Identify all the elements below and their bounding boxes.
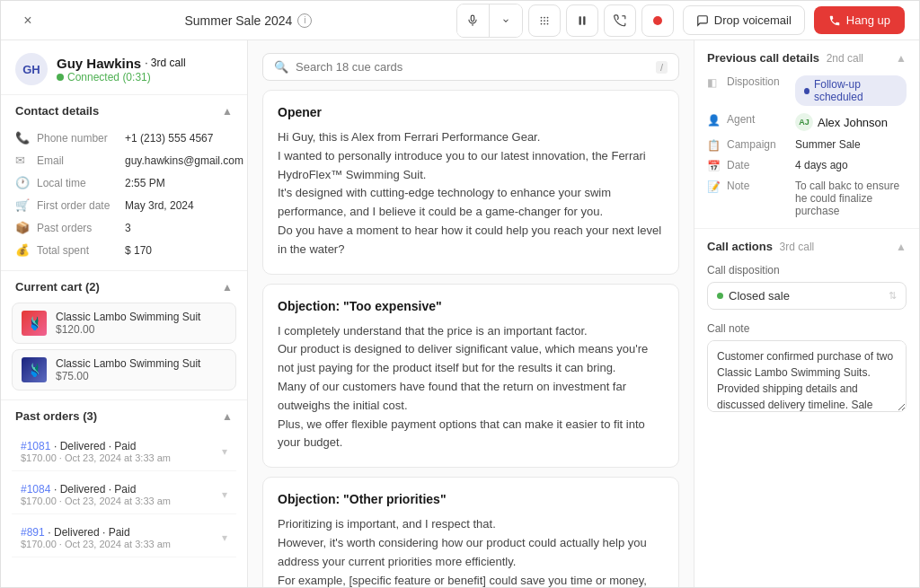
order-id[interactable]: #891	[21, 526, 45, 539]
cart-item-image: 🩱	[22, 357, 47, 382]
agent-avatar: AJ	[795, 113, 813, 131]
cue-card-text: Hi Guy, this is Alex from Ferrari Perfor…	[278, 128, 664, 259]
phone-row: 📞 Phone number +1 (213) 555 4567	[15, 127, 233, 149]
call-actions-header: Call actions 3rd call ▲	[707, 240, 907, 253]
previous-call-section: Previous call details 2nd call ▲ ◧ Dispo…	[694, 40, 919, 229]
cart-chevron-icon: ▲	[222, 281, 233, 294]
previous-call-badge: 2nd call	[827, 52, 863, 65]
transfer-button[interactable]	[604, 4, 636, 37]
order-row: #1084 · Delivered · Paid $170.00 · Oct 2…	[12, 475, 236, 514]
svg-point-5	[540, 20, 542, 22]
order-id[interactable]: #1084	[21, 483, 50, 496]
hold-button[interactable]	[566, 4, 598, 37]
select-left: Closed sale	[717, 289, 790, 303]
search-input[interactable]	[296, 60, 649, 74]
close-button[interactable]: ×	[15, 8, 40, 33]
agent-icon: 👤	[707, 114, 721, 127]
green-dot-icon	[57, 74, 64, 81]
order-info: #1084 · Delivered · Paid $170.00 · Oct 2…	[21, 482, 171, 506]
order-expand-icon[interactable]: ▾	[222, 445, 227, 458]
mic-button[interactable]	[457, 4, 490, 37]
order-row: #1081 · Delivered · Paid $170.00 · Oct 2…	[12, 432, 236, 471]
call-note-label: Call note	[707, 322, 907, 335]
svg-point-8	[540, 22, 542, 24]
contact-details-toggle[interactable]: Contact details ▲	[1, 95, 247, 127]
call-note-textarea[interactable]: Customer confirmed purchase of two Class…	[707, 340, 907, 412]
order-meta: $170.00 · Oct 23, 2024 at 3:33 am	[21, 539, 171, 549]
cart-toggle[interactable]: Current cart (2) ▲	[1, 271, 247, 303]
agent-badge: AJ Alex Johnson	[795, 113, 888, 131]
past-orders-toggle[interactable]: Past orders (3) ▲	[1, 400, 247, 432]
agent-label: Agent	[727, 113, 790, 126]
box-icon: 📦	[15, 221, 30, 234]
date-label: Date	[727, 159, 790, 171]
chevron-up-icon: ▲	[222, 105, 233, 118]
cue-card-too-expensive: Objection: "Too expensive" I completely …	[262, 284, 679, 469]
recording-button[interactable]	[641, 4, 674, 37]
dialpad-button[interactable]	[528, 4, 561, 37]
order-expand-icon[interactable]: ▾	[222, 531, 227, 544]
disposition-icon: ◧	[707, 76, 721, 89]
campaign-value: Summer Sale	[795, 138, 861, 151]
cue-cards-list: Opener Hi Guy, this is Alex from Ferrari…	[248, 90, 694, 587]
header: × Summer Sale 2024 i	[1, 1, 919, 40]
hang-up-button[interactable]: Hang up	[814, 6, 905, 34]
order-id[interactable]: #1081	[21, 440, 50, 452]
contact-info: Guy Hawkins · 3rd call Connected (0:31)	[57, 56, 186, 83]
order-expand-icon[interactable]: ▾	[222, 488, 227, 501]
disposition-row: ◧ Disposition Follow-up scheduled	[707, 75, 907, 106]
order-status: · Delivered · Paid	[48, 526, 129, 539]
right-panel: Previous call details 2nd call ▲ ◧ Dispo…	[694, 40, 919, 587]
svg-point-4	[546, 16, 548, 18]
search-bar: 🔍 /	[248, 40, 694, 90]
order-meta: $170.00 · Oct 23, 2024 at 3:33 am	[21, 496, 171, 506]
phone-icon: 📞	[15, 131, 30, 145]
contact-name: Guy Hawkins	[57, 56, 141, 71]
previous-call-title: Previous call details	[707, 51, 819, 65]
svg-point-2	[540, 16, 542, 18]
date-icon: 📅	[707, 160, 721, 172]
info-icon[interactable]: i	[297, 13, 312, 28]
connected-status: Connected (0:31)	[57, 71, 186, 83]
date-value: 4 days ago	[795, 159, 848, 171]
order-info: #1081 · Delivered · Paid $170.00 · Oct 2…	[21, 439, 171, 463]
cue-card-title: Objection: "Other priorities"	[278, 492, 664, 506]
cart-items-list: 🩱 Classic Lambo Swimming Suit $120.00 🩱 …	[1, 303, 247, 399]
svg-point-15	[653, 16, 662, 25]
call-disposition-label: Call disposition	[707, 264, 907, 276]
cart-item: 🩱 Classic Lambo Swimming Suit $120.00	[12, 303, 236, 344]
call-disposition-group: Call disposition Closed sale ⇅	[707, 264, 907, 310]
note-label: Note	[727, 180, 790, 192]
blue-dot-icon	[804, 88, 809, 94]
svg-point-9	[544, 22, 545, 24]
date-row: 📅 Date 4 days ago	[707, 159, 907, 172]
cue-card-title: Objection: "Too expensive"	[278, 299, 664, 313]
total-spent-row: 💰 Total spent $ 170	[15, 239, 233, 261]
drop-voicemail-label: Drop voicemail	[714, 13, 792, 27]
mic-chevron-button[interactable]	[490, 4, 522, 37]
note-icon: 📝	[707, 180, 721, 193]
total-spent-value: $ 170	[125, 244, 152, 257]
local-time-value: 2:55 PM	[125, 177, 165, 189]
select-arrows-icon: ⇅	[889, 290, 897, 302]
call-disposition-select[interactable]: Closed sale ⇅	[707, 282, 907, 310]
drop-voicemail-button[interactable]: Drop voicemail	[683, 5, 805, 35]
contact-call-label: · 3rd call	[145, 57, 185, 69]
email-value: guy.hawkins@gmail.com	[125, 154, 243, 167]
email-label: Email	[37, 154, 118, 167]
avatar: GH	[15, 53, 48, 85]
svg-point-6	[544, 20, 545, 22]
order-info: #891 · Delivered · Paid $170.00 · Oct 23…	[21, 525, 171, 549]
slash-badge: /	[656, 61, 668, 74]
contact-details-title: Contact details	[15, 104, 99, 118]
search-wrap: 🔍 /	[262, 53, 679, 81]
call-controls	[456, 4, 674, 38]
cart-item-price: $120.00	[56, 323, 200, 336]
phone-value: +1 (213) 555 4567	[125, 132, 213, 145]
past-orders-title: Past orders (3)	[15, 409, 97, 423]
phone-label: Phone number	[37, 132, 118, 145]
past-orders-chevron-icon: ▲	[222, 410, 233, 423]
order-row: #891 · Delivered · Paid $170.00 · Oct 23…	[12, 518, 236, 557]
svg-rect-0	[472, 15, 475, 21]
first-order-row: 🛒 First order date May 3rd, 2024	[15, 194, 233, 216]
